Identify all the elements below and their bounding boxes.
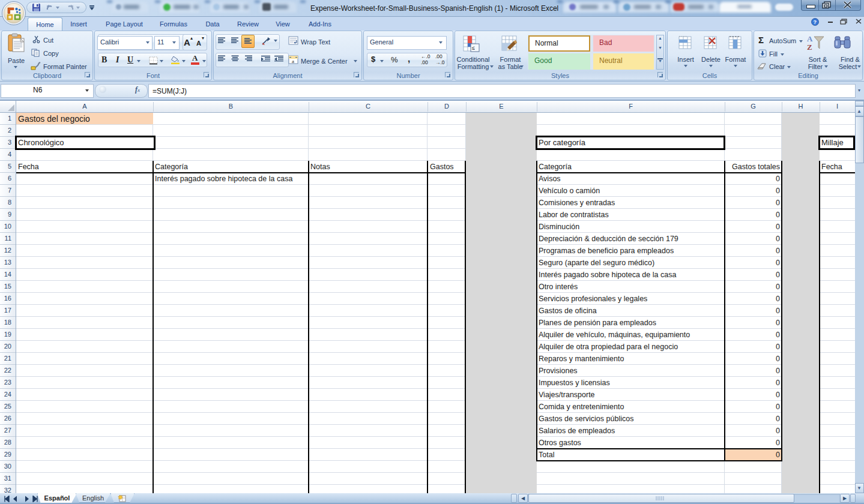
svg-text:?: ? [814, 19, 817, 25]
svg-text:Z: Z [807, 43, 812, 52]
svg-text:a: a [292, 58, 294, 64]
svg-text:A: A [807, 34, 813, 43]
svg-text:≤: ≤ [472, 45, 475, 51]
